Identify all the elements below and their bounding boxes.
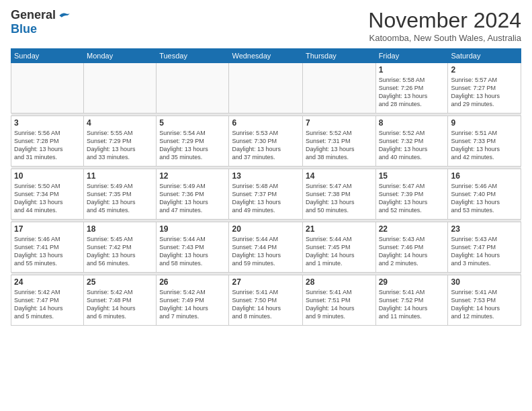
day-info: Sunrise: 5:52 AMSunset: 7:32 PMDaylight:… [379, 129, 445, 162]
day-cell [229, 63, 303, 113]
day-number: 22 [379, 224, 445, 234]
day-number: 14 [306, 171, 373, 181]
logo: General Blue [11, 8, 71, 36]
weekday-header-row: SundayMondayTuesdayWednesdayThursdayFrid… [11, 49, 521, 63]
weekday-header-friday: Friday [375, 49, 448, 63]
day-cell: 2Sunrise: 5:57 AMSunset: 7:27 PMDaylight… [448, 63, 521, 113]
day-cell: 1Sunrise: 5:58 AMSunset: 7:26 PMDaylight… [375, 63, 448, 113]
day-info: Sunrise: 5:45 AMSunset: 7:42 PMDaylight:… [87, 235, 153, 268]
day-number: 29 [379, 277, 445, 287]
day-info: Sunrise: 5:48 AMSunset: 7:37 PMDaylight:… [232, 182, 300, 215]
day-cell: 24Sunrise: 5:42 AMSunset: 7:47 PMDayligh… [11, 275, 84, 326]
day-info: Sunrise: 5:42 AMSunset: 7:47 PMDaylight:… [14, 288, 81, 321]
day-cell: 7Sunrise: 5:52 AMSunset: 7:31 PMDaylight… [302, 116, 375, 167]
day-number: 17 [14, 224, 81, 234]
day-number: 19 [159, 224, 226, 234]
day-cell: 4Sunrise: 5:55 AMSunset: 7:29 PMDaylight… [84, 116, 157, 167]
day-info: Sunrise: 5:47 AMSunset: 7:39 PMDaylight:… [379, 182, 445, 215]
day-info: Sunrise: 5:41 AMSunset: 7:53 PMDaylight:… [451, 288, 518, 321]
day-number: 24 [14, 277, 81, 287]
week-row-4: 17Sunrise: 5:46 AMSunset: 7:41 PMDayligh… [11, 222, 521, 273]
day-number: 9 [451, 118, 518, 128]
day-info: Sunrise: 5:43 AMSunset: 7:46 PMDaylight:… [379, 235, 445, 268]
day-cell [302, 63, 375, 113]
day-cell: 9Sunrise: 5:51 AMSunset: 7:33 PMDaylight… [448, 116, 521, 167]
day-cell: 26Sunrise: 5:42 AMSunset: 7:49 PMDayligh… [157, 275, 229, 326]
day-info: Sunrise: 5:51 AMSunset: 7:33 PMDaylight:… [451, 129, 518, 162]
day-cell: 5Sunrise: 5:54 AMSunset: 7:29 PMDaylight… [157, 116, 229, 167]
day-info: Sunrise: 5:44 AMSunset: 7:45 PMDaylight:… [306, 235, 373, 268]
day-number: 3 [14, 118, 81, 128]
day-info: Sunrise: 5:43 AMSunset: 7:47 PMDaylight:… [451, 235, 518, 268]
day-info: Sunrise: 5:46 AMSunset: 7:41 PMDaylight:… [14, 235, 81, 268]
day-number: 26 [159, 277, 226, 287]
day-number: 20 [232, 224, 300, 234]
day-cell [11, 63, 84, 113]
day-info: Sunrise: 5:44 AMSunset: 7:43 PMDaylight:… [159, 235, 226, 268]
day-cell: 10Sunrise: 5:50 AMSunset: 7:34 PMDayligh… [11, 169, 84, 220]
day-cell: 19Sunrise: 5:44 AMSunset: 7:43 PMDayligh… [157, 222, 229, 273]
month-title: November 2024 [368, 8, 521, 33]
week-row-1: 1Sunrise: 5:58 AMSunset: 7:26 PMDaylight… [11, 63, 521, 113]
day-number: 13 [232, 171, 300, 181]
day-number: 21 [306, 224, 373, 234]
day-number: 30 [451, 277, 518, 287]
week-row-2: 3Sunrise: 5:56 AMSunset: 7:28 PMDaylight… [11, 116, 521, 167]
day-info: Sunrise: 5:49 AMSunset: 7:35 PMDaylight:… [87, 182, 153, 215]
logo-text: General [11, 8, 71, 22]
day-info: Sunrise: 5:42 AMSunset: 7:49 PMDaylight:… [159, 288, 226, 321]
day-info: Sunrise: 5:44 AMSunset: 7:44 PMDaylight:… [232, 235, 300, 268]
day-number: 8 [379, 118, 445, 128]
day-number: 11 [87, 171, 153, 181]
day-cell: 13Sunrise: 5:48 AMSunset: 7:37 PMDayligh… [229, 169, 303, 220]
day-number: 10 [14, 171, 81, 181]
day-info: Sunrise: 5:56 AMSunset: 7:28 PMDaylight:… [14, 129, 81, 162]
day-cell: 22Sunrise: 5:43 AMSunset: 7:46 PMDayligh… [375, 222, 448, 273]
day-number: 28 [306, 277, 373, 287]
day-number: 18 [87, 224, 153, 234]
day-info: Sunrise: 5:53 AMSunset: 7:30 PMDaylight:… [232, 129, 300, 162]
day-number: 25 [87, 277, 153, 287]
day-number: 16 [451, 171, 518, 181]
calendar-page: General Blue November 2024 Katoomba, New… [0, 0, 532, 411]
day-cell: 11Sunrise: 5:49 AMSunset: 7:35 PMDayligh… [84, 169, 157, 220]
day-cell: 3Sunrise: 5:56 AMSunset: 7:28 PMDaylight… [11, 116, 84, 167]
title-block: November 2024 Katoomba, New South Wales,… [368, 8, 521, 43]
day-cell: 17Sunrise: 5:46 AMSunset: 7:41 PMDayligh… [11, 222, 84, 273]
logo-bird-icon [57, 9, 71, 22]
day-cell: 21Sunrise: 5:44 AMSunset: 7:45 PMDayligh… [302, 222, 375, 273]
day-number: 5 [159, 118, 226, 128]
day-number: 27 [232, 277, 300, 287]
day-cell [84, 63, 157, 113]
day-info: Sunrise: 5:57 AMSunset: 7:27 PMDaylight:… [451, 76, 518, 109]
day-number: 6 [232, 118, 300, 128]
day-cell: 23Sunrise: 5:43 AMSunset: 7:47 PMDayligh… [448, 222, 521, 273]
day-info: Sunrise: 5:41 AMSunset: 7:50 PMDaylight:… [232, 288, 300, 321]
day-number: 12 [159, 171, 226, 181]
day-info: Sunrise: 5:49 AMSunset: 7:36 PMDaylight:… [159, 182, 226, 215]
day-info: Sunrise: 5:52 AMSunset: 7:31 PMDaylight:… [306, 129, 373, 162]
weekday-header-thursday: Thursday [302, 49, 375, 63]
day-number: 4 [87, 118, 153, 128]
day-cell: 6Sunrise: 5:53 AMSunset: 7:30 PMDaylight… [229, 116, 303, 167]
day-cell: 29Sunrise: 5:41 AMSunset: 7:52 PMDayligh… [375, 275, 448, 326]
day-info: Sunrise: 5:46 AMSunset: 7:40 PMDaylight:… [451, 182, 518, 215]
weekday-header-wednesday: Wednesday [229, 49, 303, 63]
day-number: 15 [379, 171, 445, 181]
day-number: 23 [451, 224, 518, 234]
header: General Blue November 2024 Katoomba, New… [11, 8, 521, 43]
location: Katoomba, New South Wales, Australia [368, 33, 521, 43]
day-cell: 20Sunrise: 5:44 AMSunset: 7:44 PMDayligh… [229, 222, 303, 273]
weekday-header-sunday: Sunday [11, 49, 84, 63]
day-cell: 12Sunrise: 5:49 AMSunset: 7:36 PMDayligh… [157, 169, 229, 220]
day-number: 2 [451, 65, 518, 75]
weekday-header-saturday: Saturday [448, 49, 521, 63]
logo-general: General [11, 8, 56, 22]
day-cell: 27Sunrise: 5:41 AMSunset: 7:50 PMDayligh… [229, 275, 303, 326]
day-info: Sunrise: 5:50 AMSunset: 7:34 PMDaylight:… [14, 182, 81, 215]
day-number: 7 [306, 118, 373, 128]
day-info: Sunrise: 5:58 AMSunset: 7:26 PMDaylight:… [379, 76, 445, 109]
day-info: Sunrise: 5:54 AMSunset: 7:29 PMDaylight:… [159, 129, 226, 162]
day-info: Sunrise: 5:41 AMSunset: 7:52 PMDaylight:… [379, 288, 445, 321]
day-cell: 28Sunrise: 5:41 AMSunset: 7:51 PMDayligh… [302, 275, 375, 326]
